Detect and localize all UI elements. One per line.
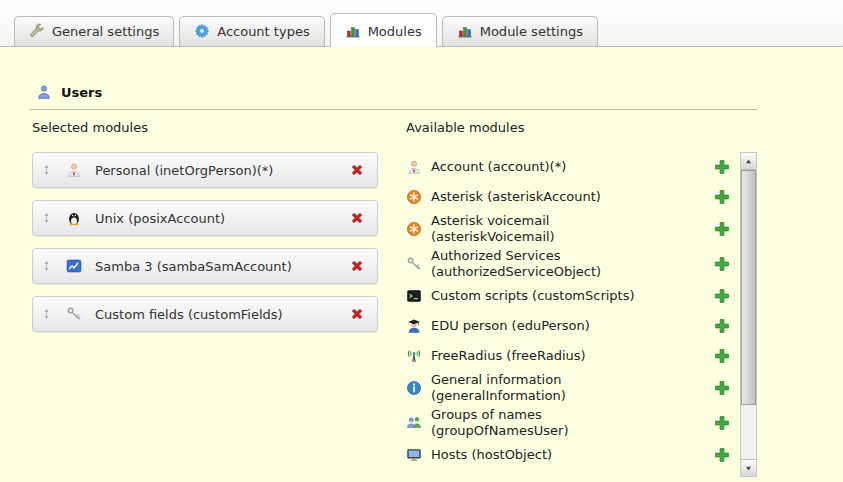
move-handle-icon[interactable] [41, 163, 53, 177]
lam-configuration-page: General settings Account types Modules M… [0, 0, 843, 482]
module-label: General information (generalInformation) [431, 372, 661, 405]
tab-label: Modules [368, 24, 422, 39]
services-icon [406, 256, 422, 272]
edu-icon [406, 318, 422, 334]
selected-module-row: Samba 3 (sambaSamAccount) [32, 248, 378, 284]
available-module-row: Hosts (hostObject) [406, 440, 740, 470]
users-icon [36, 84, 52, 100]
module-label: Unix (posixAccount) [95, 211, 225, 226]
available-module-row: Asterisk (asteriskAccount) [406, 182, 740, 212]
vertical-scrollbar[interactable] [740, 152, 757, 477]
available-module-row: FreeRadius (freeRadius) [406, 341, 740, 371]
move-handle-icon[interactable] [41, 259, 53, 273]
module-label: FreeRadius (freeRadius) [431, 348, 586, 364]
personal-icon [406, 159, 422, 175]
selected-modules-heading: Selected modules [32, 120, 378, 136]
module-label: Groups of names (groupOfNamesUser) [431, 407, 661, 440]
modules-tab-content: Users Selected modules Personal (inetOrg… [0, 47, 843, 482]
selected-module-row: Custom fields (customFields) [32, 296, 378, 332]
module-label: Custom scripts (customScripts) [431, 288, 635, 304]
unix-icon [66, 210, 82, 226]
add-module-button[interactable] [714, 415, 730, 431]
host-icon [406, 447, 422, 463]
available-modules-wrap: Account (account)(*)Asterisk (asteriskAc… [406, 152, 758, 477]
available-module-row: Account (account)(*) [406, 152, 740, 182]
add-module-button[interactable] [714, 380, 730, 396]
available-module-row: EDU person (eduPerson) [406, 311, 740, 341]
module-label: Authorized Services (authorizedServiceOb… [431, 248, 661, 281]
custom-fields-icon [66, 306, 82, 322]
section-title: Users [61, 85, 102, 100]
available-module-row: General information (generalInformation) [406, 371, 740, 406]
add-module-button[interactable] [714, 189, 730, 205]
asterisk-icon [406, 221, 422, 237]
tab-modules[interactable]: Modules [330, 13, 437, 47]
available-modules-column: Available modules Account (account)(*)As… [406, 120, 758, 477]
module-label: Samba 3 (sambaSamAccount) [95, 259, 292, 274]
module-columns: Selected modules Personal (inetOrgPerson… [30, 120, 813, 477]
asterisk-icon [406, 189, 422, 205]
scroll-up-button[interactable] [741, 153, 756, 170]
available-module-row: Authorized Services (authorizedServiceOb… [406, 247, 740, 282]
scripts-icon [406, 288, 422, 304]
move-handle-icon[interactable] [41, 211, 53, 225]
tab-module-settings[interactable]: Module settings [442, 16, 598, 46]
add-module-button[interactable] [714, 256, 730, 272]
available-module-row: Groups of names (groupOfNamesUser) [406, 406, 740, 441]
module-label: Custom fields (customFields) [95, 307, 283, 322]
chart-icon [457, 23, 473, 39]
module-label: Account (account)(*) [431, 159, 566, 175]
tab-general-settings[interactable]: General settings [14, 16, 174, 46]
available-module-row: Custom scripts (customScripts) [406, 281, 740, 311]
module-label: Asterisk (asteriskAccount) [431, 189, 601, 205]
selected-modules-column: Selected modules Personal (inetOrgPerson… [32, 120, 378, 477]
remove-module-button[interactable] [349, 210, 365, 226]
add-module-button[interactable] [714, 159, 730, 175]
module-label: EDU person (eduPerson) [431, 318, 590, 334]
module-label: Hosts (hostObject) [431, 447, 552, 463]
available-modules-list: Account (account)(*)Asterisk (asteriskAc… [406, 152, 740, 477]
selected-module-row: Unix (posixAccount) [32, 200, 378, 236]
move-handle-icon[interactable] [41, 307, 53, 321]
module-label: Personal (inetOrgPerson)(*) [95, 163, 273, 178]
remove-module-button[interactable] [349, 258, 365, 274]
radius-icon [406, 348, 422, 364]
section-divider [30, 109, 757, 110]
remove-module-button[interactable] [349, 306, 365, 322]
tab-label: Module settings [480, 24, 583, 39]
add-module-button[interactable] [714, 221, 730, 237]
tab-bar: General settings Account types Modules M… [0, 0, 843, 47]
scroll-up-icon [744, 157, 753, 166]
add-module-button[interactable] [714, 318, 730, 334]
account-type-section-header: Users [36, 83, 813, 101]
scroll-thumb[interactable] [741, 170, 756, 405]
samba-icon [66, 258, 82, 274]
gear-icon [194, 23, 210, 39]
remove-module-button[interactable] [349, 162, 365, 178]
add-module-button[interactable] [714, 288, 730, 304]
available-module-row: Asterisk voicemail (asteriskVoicemail) [406, 212, 740, 247]
scroll-down-icon [744, 464, 753, 473]
info-icon [406, 380, 422, 396]
tab-label: Account types [217, 24, 309, 39]
selected-modules-list: Personal (inetOrgPerson)(*)Unix (posixAc… [32, 152, 378, 332]
tab-label: General settings [52, 24, 159, 39]
wrench-icon [29, 23, 45, 39]
groups-icon [406, 415, 422, 431]
add-module-button[interactable] [714, 348, 730, 364]
module-label: Asterisk voicemail (asteriskVoicemail) [431, 213, 661, 246]
tab-account-types[interactable]: Account types [179, 16, 324, 46]
selected-module-row: Personal (inetOrgPerson)(*) [32, 152, 378, 188]
chart-icon [345, 23, 361, 39]
available-modules-heading: Available modules [406, 120, 758, 136]
add-module-button[interactable] [714, 447, 730, 463]
personal-icon [66, 162, 82, 178]
scroll-down-button[interactable] [741, 459, 756, 476]
